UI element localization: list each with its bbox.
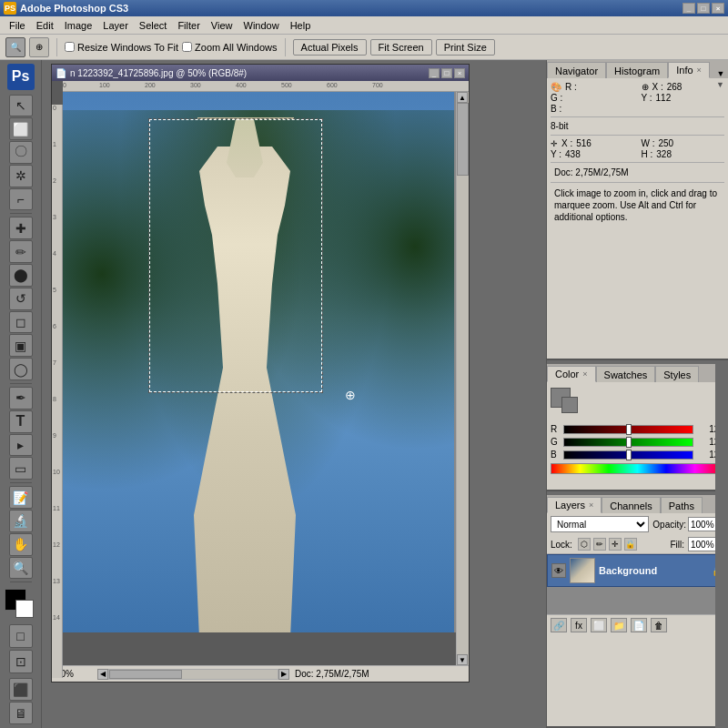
panel-collapse-btn[interactable]: ▼ — [716, 80, 724, 89]
background-swatch[interactable] — [561, 397, 578, 413]
new-group-btn[interactable]: 📁 — [611, 618, 627, 632]
healing-brush[interactable]: ✚ — [9, 217, 33, 239]
tab-color[interactable]: Color × — [547, 366, 596, 382]
marquee-tool[interactable]: ⬜ — [9, 117, 33, 140]
scroll-left-btn[interactable]: ◀ — [97, 666, 108, 682]
menu-file[interactable]: File — [4, 18, 31, 33]
standard-mode[interactable]: □ — [9, 624, 33, 648]
delete-layer-btn[interactable]: 🗑 — [651, 618, 667, 632]
print-size-button[interactable]: Print Size — [436, 39, 495, 56]
lasso-tool[interactable]: 〇 — [9, 141, 33, 164]
history-brush[interactable]: ↺ — [9, 288, 33, 310]
clone-stamp[interactable]: ⬤ — [9, 264, 33, 287]
zoom-all-checkbox[interactable]: Zoom All Windows — [182, 42, 277, 53]
layer-background[interactable]: 👁 Background 🔒 — [547, 554, 728, 587]
layer-visibility[interactable]: 👁 — [551, 563, 566, 578]
fg-bg-colors[interactable] — [5, 589, 37, 620]
brush-tool[interactable]: ✏ — [9, 240, 33, 263]
fit-screen-button[interactable]: Fit Screen — [370, 39, 432, 56]
hand-tool[interactable]: ✋ — [9, 533, 33, 556]
canvas-container[interactable]: ⊕ — [63, 92, 456, 632]
scrollbar-vertical[interactable]: ▲ ▼ — [456, 92, 469, 665]
doc-controls[interactable]: _ □ × — [429, 68, 465, 78]
tab-info-close[interactable]: × — [697, 66, 702, 75]
zoom-in-tool[interactable]: ⊕ — [29, 37, 49, 57]
path-selection[interactable]: ▸ — [9, 434, 33, 457]
link-layers-btn[interactable]: 🔗 — [551, 618, 567, 632]
menu-filter[interactable]: Filter — [172, 18, 205, 33]
dodge-tool[interactable]: ◯ — [9, 358, 33, 380]
scrollbar-horizontal[interactable] — [108, 669, 278, 680]
gradient-tool[interactable]: ▣ — [9, 334, 33, 357]
move-tool[interactable]: ↖ — [9, 95, 33, 117]
scroll-left[interactable]: ◀ — [97, 669, 108, 680]
color-b-slider[interactable] — [563, 450, 693, 460]
maximize-button[interactable]: □ — [697, 3, 710, 14]
tab-layers[interactable]: Layers × — [547, 497, 602, 513]
scroll-right[interactable]: ▶ — [278, 669, 289, 680]
doc-minimize[interactable]: _ — [429, 68, 440, 78]
tab-paths[interactable]: Paths — [661, 497, 703, 513]
info-r-label: R : — [565, 82, 577, 92]
tab-info[interactable]: Info × — [668, 62, 710, 78]
actual-pixels-button[interactable]: Actual Pixels — [293, 39, 367, 56]
jump-to[interactable]: 🖥 — [9, 702, 33, 724]
pen-tool[interactable]: ✒ — [9, 387, 33, 410]
blend-mode-select[interactable]: Normal Multiply Screen — [551, 516, 649, 532]
menu-select[interactable]: Select — [134, 18, 173, 33]
menu-image[interactable]: Image — [59, 18, 98, 33]
scroll-down[interactable]: ▼ — [457, 654, 468, 665]
menu-layer[interactable]: Layer — [97, 18, 134, 33]
resize-windows-input[interactable] — [65, 42, 75, 52]
scroll-thumb-v[interactable] — [457, 103, 469, 176]
minimize-button[interactable]: _ — [682, 3, 695, 14]
magic-wand-tool[interactable]: ✲ — [9, 165, 33, 187]
scroll-right-btn[interactable]: ▶ — [278, 666, 289, 682]
menu-window[interactable]: Window — [238, 18, 285, 33]
color-fg-bg-swatches[interactable] — [551, 388, 583, 420]
color-r-thumb[interactable] — [626, 424, 632, 435]
layer-style-btn[interactable]: fx — [571, 618, 587, 632]
notes-tool[interactable]: 📝 — [9, 486, 33, 509]
color-b-thumb[interactable] — [626, 450, 632, 460]
window-controls[interactable]: _ □ × — [682, 3, 724, 14]
doc-maximize[interactable]: □ — [441, 68, 452, 78]
close-button[interactable]: × — [712, 3, 724, 14]
zoom-out-tool[interactable]: 🔍 — [5, 37, 25, 57]
eyedropper-tool[interactable]: 🔬 — [9, 510, 33, 532]
tab-navigator[interactable]: Navigator — [547, 62, 606, 78]
background-color[interactable] — [15, 600, 34, 618]
type-tool[interactable]: T — [9, 410, 33, 433]
menu-help[interactable]: Help — [285, 18, 317, 33]
resize-windows-checkbox[interactable]: Resize Windows To Fit — [65, 42, 178, 53]
color-g-thumb[interactable] — [626, 437, 632, 448]
lock-all[interactable]: 🔒 — [624, 538, 637, 551]
tab-color-close[interactable]: × — [582, 369, 587, 379]
lock-position[interactable]: ✛ — [609, 538, 622, 551]
tab-swatches[interactable]: Swatches — [596, 366, 656, 382]
shape-tool[interactable]: ▭ — [9, 457, 33, 480]
new-layer-btn[interactable]: 📄 — [631, 618, 647, 632]
zoom-tool[interactable]: 🔍 — [9, 557, 33, 580]
scroll-thumb-h[interactable] — [109, 670, 182, 679]
lock-image[interactable]: ✏ — [593, 538, 606, 551]
color-g-slider[interactable] — [563, 438, 693, 447]
tab-channels[interactable]: Channels — [602, 497, 660, 513]
eraser-tool[interactable]: ◻ — [9, 311, 33, 334]
scroll-up[interactable]: ▲ — [457, 92, 468, 103]
tab-histogram[interactable]: Histogram — [606, 62, 668, 78]
tab-layers-close[interactable]: × — [589, 500, 593, 510]
tab-styles[interactable]: Styles — [655, 366, 699, 382]
doc-close[interactable]: × — [454, 68, 465, 78]
layer-mask-btn[interactable]: ⬜ — [591, 618, 607, 632]
screen-mode[interactable]: ⬛ — [9, 678, 33, 701]
quick-mask[interactable]: ⊡ — [9, 650, 33, 673]
lock-transparent[interactable]: ⬡ — [578, 538, 591, 551]
panel-menu-btn[interactable]: ▼ — [713, 69, 728, 78]
menu-view[interactable]: View — [206, 18, 238, 33]
color-r-slider[interactable] — [563, 425, 693, 434]
menu-edit[interactable]: Edit — [31, 18, 59, 33]
crop-tool[interactable]: ⌐ — [9, 188, 33, 211]
zoom-all-input[interactable] — [182, 42, 192, 52]
color-spectrum[interactable] — [551, 463, 724, 474]
